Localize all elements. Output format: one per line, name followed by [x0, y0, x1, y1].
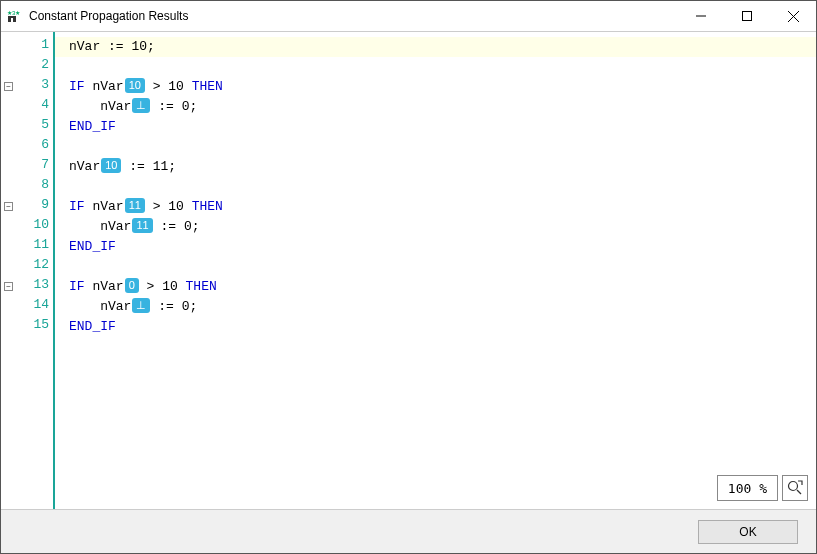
code-line: IF nVar10 > 10 THEN — [69, 77, 223, 97]
line-number-gutter: 123456789101112131415 — [19, 32, 55, 509]
minimize-button[interactable] — [678, 1, 724, 31]
line-number: 5 — [19, 117, 49, 132]
keyword: THEN — [186, 279, 217, 294]
fold-toggle[interactable]: − — [4, 82, 13, 91]
line-number: 7 — [19, 157, 49, 172]
line-number: 6 — [19, 137, 49, 152]
line-number: 1 — [19, 37, 49, 52]
code-line: nVar⊥ := 0; — [69, 297, 197, 317]
code-text: := 11; — [121, 159, 176, 174]
svg-point-8 — [789, 482, 798, 491]
line-number: 12 — [19, 257, 49, 272]
keyword: IF — [69, 199, 85, 214]
keyword: IF — [69, 79, 85, 94]
code-line: END_IF — [69, 117, 116, 137]
code-text: nVar — [69, 159, 100, 174]
code-text: nVar — [69, 299, 131, 314]
line-number: 3 — [19, 77, 49, 92]
code-text: > 10 — [145, 79, 192, 94]
code-text: > 10 — [145, 199, 192, 214]
bottom-bar: OK — [1, 509, 816, 553]
code-text: nVar — [69, 99, 131, 114]
svg-text:★3★: ★3★ — [7, 10, 20, 16]
code-line: END_IF — [69, 317, 116, 337]
keyword: IF — [69, 279, 85, 294]
code-line: END_IF — [69, 237, 116, 257]
code-line: IF nVar0 > 10 THEN — [69, 277, 217, 297]
line-number: 11 — [19, 237, 49, 252]
value-badge: 10 — [101, 158, 121, 173]
line-number: 9 — [19, 197, 49, 212]
code-line: nVar := 10; — [55, 37, 816, 57]
svg-line-9 — [797, 490, 801, 494]
line-number: 8 — [19, 177, 49, 192]
app-icon: ★3★ — [5, 7, 23, 25]
keyword: THEN — [192, 79, 223, 94]
code-text: := 0; — [150, 299, 197, 314]
line-number: 14 — [19, 297, 49, 312]
zoom-level[interactable]: 100 % — [717, 475, 778, 501]
keyword: THEN — [192, 199, 223, 214]
zoom-tool-button[interactable] — [782, 475, 808, 501]
code-text: > 10 — [139, 279, 186, 294]
zoom-label: 100 % — [728, 481, 767, 496]
ok-button-label: OK — [739, 525, 756, 539]
window: ★3★ Constant Propagation Results −−− 123… — [0, 0, 817, 554]
value-badge: ⊥ — [132, 298, 150, 313]
value-badge: ⊥ — [132, 98, 150, 113]
close-button[interactable] — [770, 1, 816, 31]
line-number: 13 — [19, 277, 49, 292]
editor-area: −−− 123456789101112131415 nVar := 10;IF … — [1, 31, 816, 509]
value-badge: 11 — [132, 218, 152, 233]
code-line: nVar10 := 11; — [69, 157, 176, 177]
code-area[interactable]: nVar := 10;IF nVar10 > 10 THEN nVar⊥ := … — [55, 32, 816, 509]
maximize-button[interactable] — [724, 1, 770, 31]
value-badge: 10 — [125, 78, 145, 93]
fold-toggle[interactable]: − — [4, 282, 13, 291]
code-text: nVar — [85, 79, 124, 94]
code-line: IF nVar11 > 10 THEN — [69, 197, 223, 217]
code-text: := 0; — [153, 219, 200, 234]
code-text: nVar — [69, 219, 131, 234]
code-line: nVar⊥ := 0; — [69, 97, 197, 117]
line-number: 2 — [19, 57, 49, 72]
svg-rect-5 — [743, 12, 752, 21]
code-text: nVar := 10; — [69, 39, 155, 54]
keyword: END_IF — [69, 119, 116, 134]
keyword: END_IF — [69, 319, 116, 334]
code-text: nVar — [85, 199, 124, 214]
window-title: Constant Propagation Results — [29, 9, 188, 23]
ok-button[interactable]: OK — [698, 520, 798, 544]
line-number: 10 — [19, 217, 49, 232]
value-badge: 11 — [125, 198, 145, 213]
code-line: nVar11 := 0; — [69, 217, 199, 237]
svg-rect-3 — [8, 16, 16, 18]
fold-gutter: −−− — [1, 32, 19, 509]
code-text: := 0; — [150, 99, 197, 114]
line-number: 4 — [19, 97, 49, 112]
fold-toggle[interactable]: − — [4, 202, 13, 211]
line-number: 15 — [19, 317, 49, 332]
titlebar: ★3★ Constant Propagation Results — [1, 1, 816, 31]
code-text: nVar — [85, 279, 124, 294]
keyword: END_IF — [69, 239, 116, 254]
value-badge: 0 — [125, 278, 139, 293]
